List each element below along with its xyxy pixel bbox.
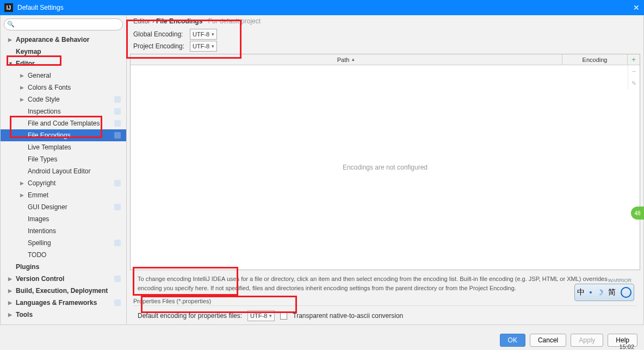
chevron-right-icon: ▶ [20, 180, 26, 186]
sidebar-item-version-control[interactable]: ▶Version Control [1, 273, 126, 285]
sidebar-item-label: File Types [28, 155, 57, 163]
title-bar: IJ Default Settings ✕ [0, 0, 644, 15]
chevron-down-icon: ▼ [8, 61, 14, 66]
project-badge-icon [114, 108, 121, 115]
sidebar-item-spelling[interactable]: Spelling [1, 237, 126, 249]
search-input[interactable] [4, 18, 123, 30]
sidebar-item-general[interactable]: ▶General [1, 70, 126, 82]
window-title: Default Settings [17, 4, 64, 11]
project-badge-icon [114, 276, 121, 282]
sidebar: 🔍 ▶Appearance & BehaviorKeymap▼Editor▶Ge… [1, 15, 127, 324]
project-badge-icon [114, 132, 121, 139]
sidebar-item-file-and-code-templates[interactable]: File and Code Templates [1, 117, 126, 129]
cancel-button[interactable]: Cancel [530, 334, 566, 347]
content-area: 🔍 ▶Appearance & BehaviorKeymap▼Editor▶Ge… [0, 15, 644, 325]
sidebar-item-label: Intentions [28, 227, 56, 235]
sidebar-item-live-templates[interactable]: Live Templates [1, 141, 126, 153]
project-badge-icon [114, 180, 121, 186]
sidebar-item-file-types[interactable]: File Types [1, 153, 126, 165]
table-tools: + [628, 54, 640, 65]
properties-title: Properties Files (*.properties) [133, 298, 637, 306]
sidebar-item-label: General [28, 72, 51, 79]
sidebar-item-plugins[interactable]: Plugins [1, 261, 126, 273]
project-encoding-label: Project Encoding: [133, 42, 190, 50]
properties-section: Properties Files (*.properties) Default … [127, 295, 643, 324]
sidebar-item-file-encodings[interactable]: File Encodings [1, 129, 126, 141]
sidebar-item-label: Build, Execution, Deployment [16, 287, 108, 295]
clock: 15:02 [619, 343, 634, 350]
chevron-right-icon: ▶ [8, 300, 14, 305]
sidebar-item-android-layout-editor[interactable]: Android Layout Editor [1, 165, 126, 177]
sidebar-item-label: Editor [16, 60, 35, 67]
sidebar-item-intentions[interactable]: Intentions [1, 225, 126, 237]
sidebar-item-label: Languages & Frameworks [16, 299, 97, 307]
sidebar-item-label: Appearance & Behavior [16, 36, 89, 43]
sidebar-item-label: Version Control [16, 275, 64, 283]
global-encoding-label: Global Encoding: [133, 30, 190, 38]
sidebar-item-label: File Encodings [28, 132, 71, 139]
sidebar-item-label: Plugins [16, 263, 39, 271]
table-body: Encodings are not configured − ✎ [131, 65, 640, 270]
properties-row: Default encoding for properties files: U… [133, 310, 637, 321]
sidebar-item-inspections[interactable]: Inspections [1, 105, 126, 117]
sidebar-item-label: Spelling [28, 239, 51, 247]
ime-widget[interactable]: WARRIOR 中 • ☽ 简 [574, 284, 634, 301]
settings-tree[interactable]: ▶Appearance & BehaviorKeymap▼Editor▶Gene… [1, 34, 126, 324]
properties-encoding-select[interactable]: UTF-8 [247, 310, 275, 321]
sidebar-item-languages-frameworks[interactable]: ▶Languages & Frameworks [1, 297, 126, 309]
sidebar-item-label: Android Layout Editor [28, 167, 90, 175]
sidebar-item-tools[interactable]: ▶Tools [1, 309, 126, 321]
project-badge-icon [114, 120, 121, 127]
project-badge-icon [114, 96, 121, 103]
sidebar-item-code-style[interactable]: ▶Code Style [1, 93, 126, 105]
sidebar-item-label: Inspections [28, 108, 61, 115]
project-encoding-select[interactable]: UTF-8 [190, 41, 217, 52]
main-panel: Editor › File Encodings For default proj… [127, 15, 643, 324]
remove-icon[interactable]: − [628, 65, 640, 77]
sidebar-item-appearance-behavior[interactable]: ▶Appearance & Behavior [1, 34, 126, 46]
chevron-right-icon: ▶ [8, 312, 14, 317]
col-path[interactable]: Path ▲ [131, 54, 562, 65]
ime-circle-icon [621, 287, 631, 298]
sidebar-item-colors-fonts[interactable]: ▶Colors & Fonts [1, 82, 126, 93]
sidebar-item-label: Emmet [28, 191, 48, 199]
add-icon[interactable]: + [628, 54, 640, 65]
sidebar-item-todo[interactable]: TODO [1, 249, 126, 261]
chevron-right-icon: ▶ [8, 276, 14, 282]
sidebar-item-label: Colors & Fonts [28, 84, 71, 91]
search-wrap: 🔍 [1, 15, 126, 34]
edit-icon[interactable]: ✎ [628, 77, 640, 89]
sidebar-item-editor[interactable]: ▼Editor [1, 58, 126, 70]
sidebar-item-label: Code Style [28, 96, 60, 103]
sidebar-item-label: TODO [28, 251, 46, 259]
sidebar-item-label: Keymap [16, 48, 41, 55]
search-icon: 🔍 [7, 21, 15, 28]
sidebar-item-gui-designer[interactable]: GUI Designer [1, 201, 126, 213]
project-encoding-row: Project Encoding: UTF-8 [127, 40, 643, 52]
sidebar-item-label: Live Templates [28, 143, 71, 151]
dialog-buttons: OK Cancel Apply Help [500, 334, 637, 347]
sidebar-item-label: File and Code Templates [28, 120, 100, 127]
sidebar-item-label: Tools [16, 311, 33, 318]
chevron-right-icon: ▶ [8, 288, 14, 293]
chevron-right-icon: ▶ [20, 192, 26, 198]
sidebar-item-label: GUI Designer [28, 203, 67, 211]
apply-button[interactable]: Apply [571, 334, 603, 347]
table-header: Path ▲ Encoding + [131, 54, 640, 65]
project-badge-icon [114, 204, 121, 210]
default-enc-label: Default encoding for properties files: [138, 312, 242, 320]
sidebar-item-build-execution-deployment[interactable]: ▶Build, Execution, Deployment [1, 285, 126, 297]
project-badge-icon [114, 299, 121, 306]
ok-button[interactable]: OK [500, 334, 525, 347]
sidebar-item-label: Copyright [28, 179, 55, 187]
sidebar-item-keymap[interactable]: Keymap [1, 46, 126, 58]
close-icon[interactable]: ✕ [633, 3, 640, 12]
sidebar-item-emmet[interactable]: ▶Emmet [1, 189, 126, 201]
col-encoding[interactable]: Encoding [562, 54, 628, 65]
sidebar-item-copyright[interactable]: ▶Copyright [1, 177, 126, 189]
transparent-checkbox[interactable] [280, 312, 287, 320]
green-badge[interactable]: 48 [631, 207, 644, 220]
sidebar-item-images[interactable]: Images [1, 213, 126, 225]
project-badge-icon [114, 240, 121, 246]
global-encoding-select[interactable]: UTF-8 [190, 29, 217, 40]
